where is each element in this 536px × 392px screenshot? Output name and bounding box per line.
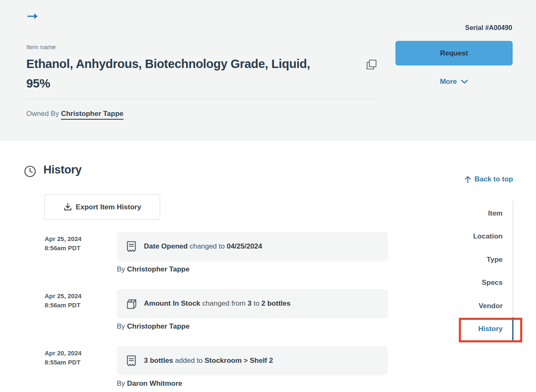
by-label: By [117, 265, 127, 273]
history-entry: Apr 20, 2024 8:55am PDT 3 bottles added … [45, 346, 391, 388]
back-to-top-link[interactable]: Back to top [465, 175, 513, 183]
anchor-nav: ItemLocationTypeSpecsVendorHistory [434, 202, 503, 340]
arrow-up-icon [465, 176, 471, 183]
receipt-icon [126, 355, 137, 367]
anchor-nav-active-indicator [512, 317, 513, 342]
chevron-down-icon [461, 80, 468, 84]
entry-author: By Daron Whitmore [117, 379, 391, 388]
entry-author: By Christopher Tappe [117, 322, 391, 331]
history-clock-icon [24, 165, 36, 178]
nav-item-specs[interactable]: Specs [434, 271, 503, 294]
title-divider [26, 98, 376, 99]
receipt-icon [126, 241, 137, 253]
copy-icon[interactable] [365, 59, 377, 71]
entry-date: Apr 25, 2024 [45, 234, 117, 244]
item-name-label: Item name [26, 43, 56, 50]
entry-timestamp: Apr 20, 2024 8:55am PDT [45, 346, 117, 388]
download-icon [63, 203, 72, 211]
item-header: Serial #A00490 Item name Ethanol, Anhydr… [0, 0, 536, 141]
forward-arrow-icon[interactable] [27, 12, 40, 21]
nav-item-vendor[interactable]: Vendor [434, 294, 503, 317]
request-button[interactable]: Request [395, 41, 513, 65]
more-label: More [440, 78, 457, 86]
by-label: By [117, 379, 127, 387]
author-name[interactable]: Christopher Tappe [127, 322, 190, 330]
export-button-label: Export Item History [76, 203, 141, 211]
history-entry: Apr 25, 2024 8:56am PDT Date Opened chan… [45, 232, 391, 274]
event-box: Amount In Stock changed from 3 to 2 bott… [117, 289, 388, 318]
author-name[interactable]: Daron Whitmore [127, 379, 182, 387]
item-detail-page: Serial #A00490 Item name Ethanol, Anhydr… [0, 0, 536, 392]
nav-item-type[interactable]: Type [434, 248, 503, 271]
nav-item-item[interactable]: Item [434, 202, 503, 225]
by-label: By [117, 322, 127, 330]
owner-link[interactable]: Christopher Tappe [61, 110, 123, 120]
event-box: Date Opened changed to 04/25/2024 [117, 232, 388, 261]
serial-number: Serial #A00490 [465, 24, 512, 32]
nav-item-history[interactable]: History [434, 317, 503, 340]
event-description: Amount In Stock changed from 3 to 2 bott… [144, 299, 290, 308]
back-to-top-label: Back to top [474, 175, 513, 183]
history-timeline: Apr 25, 2024 8:56am PDT Date Opened chan… [45, 232, 391, 388]
owned-by-label: Owned By [26, 110, 59, 118]
entry-author: By Christopher Tappe [117, 265, 391, 274]
entry-date: Apr 20, 2024 [45, 349, 117, 358]
owned-by-row: Owned By Christopher Tappe [26, 110, 123, 118]
author-name[interactable]: Christopher Tappe [127, 265, 190, 273]
more-dropdown[interactable]: More [395, 78, 513, 86]
entry-time: 8:55am PDT [45, 358, 117, 367]
entry-timestamp: Apr 25, 2024 8:56am PDT [45, 232, 117, 274]
history-entry: Apr 25, 2024 8:56am PDT Amount In Stock [45, 289, 391, 331]
entry-date: Apr 25, 2024 [45, 291, 117, 301]
export-item-history-button[interactable]: Export Item History [44, 194, 160, 220]
package-icon [126, 298, 137, 310]
item-title: Ethanol, Anhydrous, Biotechnology Grade,… [26, 54, 335, 93]
event-description: Date Opened changed to 04/25/2024 [144, 242, 262, 251]
event-box: 3 bottles added to Stockroom > Shelf 2 [117, 346, 388, 375]
entry-time: 8:56am PDT [45, 244, 117, 253]
entry-time: 8:56am PDT [45, 301, 117, 310]
nav-item-location[interactable]: Location [434, 225, 503, 248]
history-section-title: History [43, 163, 82, 176]
event-description: 3 bottles added to Stockroom > Shelf 2 [144, 357, 273, 365]
entry-timestamp: Apr 25, 2024 8:56am PDT [45, 289, 117, 331]
